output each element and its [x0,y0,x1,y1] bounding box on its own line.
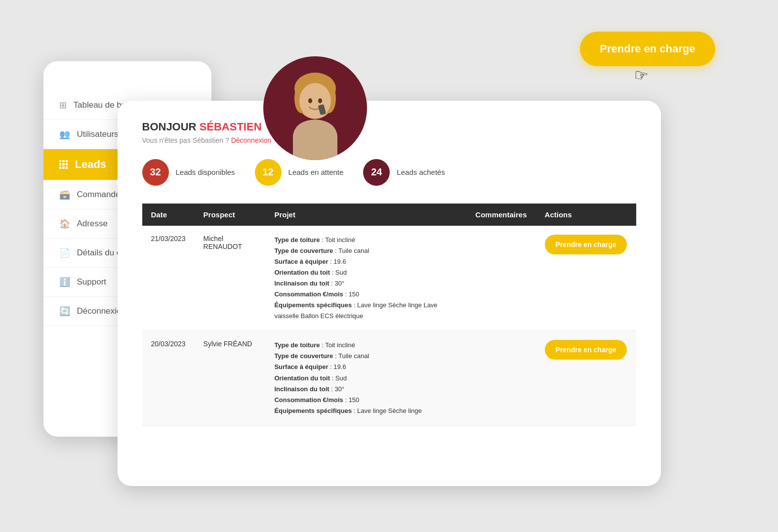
leads-icon [59,160,68,169]
table-row: 20/03/2023Sylvie FRÉANDType de toiture :… [142,331,636,426]
dashboard-icon: ⊞ [59,100,67,111]
scene: ⊞ Tableau de bord 👥 Utilisateurs Leads [43,32,735,501]
table-header-row: Date Prospect Projet Commentaires Action… [142,204,636,226]
cursor-hand-icon: ☞ [632,65,650,85]
prendre-en-charge-cta-button[interactable]: Prendre en charge [580,32,715,66]
svg-point-6 [318,98,322,103]
stat-label-achetes: Leads achetés [397,168,445,176]
stat-label-disponibles: Leads disponibles [176,168,235,176]
cell-prospect: Sylvie FRÉAND [195,331,266,426]
leads-table: Date Prospect Projet Commentaires Action… [142,204,636,426]
cell-date: 21/03/2023 [142,226,195,331]
not-user-text: Vous n'êtes pas Sébastien ? Déconnexion [142,136,636,144]
stat-badge-attente: 12 [255,159,282,186]
greeting: BONJOUR SÉBASTIEN [142,121,636,133]
logout-link[interactable]: Déconnexion [231,136,272,144]
prendre-en-charge-button-1[interactable]: Prendre en charge [545,340,627,360]
table-body: 21/03/2023Michel RENAUDOTType de toiture… [142,226,636,426]
cell-date: 20/03/2023 [142,331,195,426]
cell-comments [466,331,535,426]
col-projet: Projet [265,204,466,226]
cell-comments [466,226,535,331]
support-icon: ℹ️ [59,277,70,287]
prendre-en-charge-button-0[interactable]: Prendre en charge [545,235,627,254]
greeting-username: SÉBASTIEN [200,121,262,133]
users-icon: 👥 [59,129,70,140]
col-commentaires: Commentaires [466,204,535,226]
stat-leads-attente: 12 Leads en attente [255,159,344,186]
stats-row: 32 Leads disponibles 12 Leads en attente… [142,159,636,186]
logout-icon: 🔄 [59,306,70,317]
stat-badge-disponibles: 32 [142,159,169,186]
cell-project: Type de toiture : Toit inclinéType de co… [265,226,466,331]
account-icon: 📄 [59,247,70,258]
cell-actions: Prendre en charge [536,331,636,426]
col-prospect: Prospect [195,204,266,226]
orders-icon: 🗃️ [59,189,70,200]
table-header: Date Prospect Projet Commentaires Action… [142,204,636,226]
stat-leads-achetes: 24 Leads achetés [363,159,445,186]
main-tablet: BONJOUR SÉBASTIEN Vous n'êtes pas Sébast… [118,101,661,486]
cell-actions: Prendre en charge [536,226,636,331]
profile-image [266,61,365,160]
profile-circle [263,56,367,160]
table-row: 21/03/2023Michel RENAUDOTType de toiture… [142,226,636,331]
svg-point-4 [299,83,331,119]
address-icon: 🏠 [59,218,70,229]
svg-point-5 [308,98,312,103]
stat-label-attente: Leads en attente [288,168,344,176]
cell-prospect: Michel RENAUDOT [195,226,266,331]
greeting-prefix: BONJOUR [142,121,200,133]
col-actions: Actions [536,204,636,226]
stat-badge-achetes: 24 [363,159,390,186]
col-date: Date [142,204,195,226]
cell-project: Type de toiture : Toit inclinéType de co… [265,331,466,426]
stat-leads-disponibles: 32 Leads disponibles [142,159,235,186]
